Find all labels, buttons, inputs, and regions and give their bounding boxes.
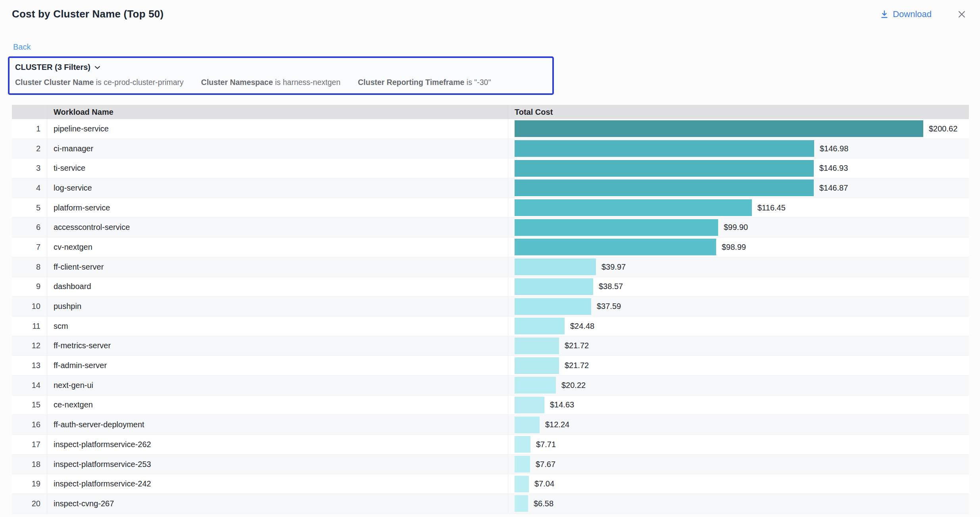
filter-group-toggle[interactable]: CLUSTER (3 Filters) bbox=[15, 63, 547, 72]
row-workload-name: ci-manager bbox=[47, 139, 508, 158]
table-row[interactable]: 13 ff-admin-server $21.72 bbox=[12, 356, 969, 376]
cost-bar bbox=[515, 495, 528, 512]
row-workload-name: ff-auth-server-deployment bbox=[47, 415, 508, 434]
filter-condition: is ce-prod-cluster-primary bbox=[96, 78, 184, 87]
table-row[interactable]: 1 pipeline-service $200.62 bbox=[12, 119, 969, 139]
cost-value-label: $7.67 bbox=[536, 460, 555, 469]
row-workload-name: inspect-platformservice-262 bbox=[47, 435, 508, 454]
cost-bar bbox=[515, 258, 596, 275]
row-workload-name: ff-client-server bbox=[47, 257, 508, 277]
cost-bar bbox=[515, 140, 814, 157]
cost-value-label: $146.98 bbox=[820, 144, 848, 153]
filter-values-row: Cluster Cluster Name is ce-prod-cluster-… bbox=[15, 78, 547, 87]
close-button[interactable] bbox=[957, 10, 967, 19]
table-body: 1 pipeline-service $200.62 2 ci-manager … bbox=[12, 119, 969, 514]
download-icon bbox=[880, 10, 889, 19]
cost-bar bbox=[515, 318, 565, 334]
table-row[interactable]: 9 dashboard $38.57 bbox=[12, 277, 969, 297]
table-row[interactable]: 3 ti-service $146.93 bbox=[12, 158, 969, 178]
row-cost-cell: $24.48 bbox=[508, 316, 969, 336]
cost-bar bbox=[515, 476, 529, 492]
cost-bar bbox=[515, 278, 593, 295]
back-link[interactable]: Back bbox=[13, 42, 31, 52]
filter-item[interactable]: Cluster Cluster Name is ce-prod-cluster-… bbox=[15, 78, 184, 87]
row-rank: 17 bbox=[12, 440, 47, 449]
row-rank: 4 bbox=[12, 183, 47, 193]
table-row[interactable]: 11 scm $24.48 bbox=[12, 316, 969, 336]
row-rank: 20 bbox=[12, 499, 47, 508]
row-cost-cell: $7.04 bbox=[508, 474, 969, 494]
filter-field: Cluster Reporting Timeframe bbox=[358, 78, 464, 87]
cost-value-label: $200.62 bbox=[929, 124, 957, 133]
row-rank: 13 bbox=[12, 361, 47, 370]
table-row[interactable]: 20 inspect-cvng-267 $6.58 bbox=[12, 494, 969, 514]
table-row[interactable]: 2 ci-manager $146.98 bbox=[12, 139, 969, 159]
row-workload-name: inspect-platformservice-253 bbox=[47, 455, 508, 474]
cost-table: Workload Name Total Cost 1 pipeline-serv… bbox=[12, 105, 969, 514]
cost-value-label: $98.99 bbox=[722, 243, 746, 252]
row-cost-cell: $7.71 bbox=[508, 435, 969, 454]
row-cost-cell: $7.67 bbox=[508, 455, 969, 474]
cost-bar bbox=[515, 357, 559, 374]
cost-value-label: $24.48 bbox=[570, 322, 594, 331]
table-row[interactable]: 17 inspect-platformservice-262 $7.71 bbox=[12, 435, 969, 455]
cost-value-label: $7.04 bbox=[534, 479, 554, 488]
row-cost-cell: $12.24 bbox=[508, 415, 969, 434]
row-workload-name: ti-service bbox=[47, 158, 508, 178]
cost-value-label: $21.72 bbox=[565, 341, 589, 350]
cost-value-label: $20.22 bbox=[561, 381, 586, 390]
row-rank: 1 bbox=[12, 124, 47, 133]
table-row[interactable]: 18 inspect-platformservice-253 $7.67 bbox=[12, 455, 969, 475]
table-row[interactable]: 8 ff-client-server $39.97 bbox=[12, 257, 969, 277]
row-cost-cell: $200.62 bbox=[508, 119, 969, 139]
table-row[interactable]: 10 pushpin $37.59 bbox=[12, 297, 969, 316]
row-rank: 19 bbox=[12, 479, 47, 488]
table-row[interactable]: 4 log-service $146.87 bbox=[12, 178, 969, 198]
row-cost-cell: $21.72 bbox=[508, 336, 969, 356]
row-rank: 16 bbox=[12, 420, 47, 429]
filter-condition: is harness-nextgen bbox=[275, 78, 340, 87]
row-cost-cell: $98.99 bbox=[508, 237, 969, 257]
cost-value-label: $39.97 bbox=[601, 262, 626, 272]
cost-bar bbox=[515, 397, 544, 413]
table-row[interactable]: 7 cv-nextgen $98.99 bbox=[12, 237, 969, 257]
row-cost-cell: $20.22 bbox=[508, 376, 969, 395]
row-rank: 9 bbox=[12, 282, 47, 291]
row-rank: 2 bbox=[12, 144, 47, 153]
close-icon bbox=[957, 10, 967, 19]
row-workload-name: inspect-cvng-267 bbox=[47, 494, 508, 513]
row-cost-cell: $37.59 bbox=[508, 297, 969, 316]
row-cost-cell: $38.57 bbox=[508, 277, 969, 297]
filter-field: Cluster Namespace bbox=[201, 78, 273, 87]
row-cost-cell: $14.63 bbox=[508, 395, 969, 415]
filter-panel: CLUSTER (3 Filters) Cluster Cluster Name… bbox=[8, 56, 554, 95]
download-button[interactable]: Download bbox=[880, 9, 932, 19]
row-cost-cell: $146.93 bbox=[508, 158, 969, 178]
row-rank: 7 bbox=[12, 243, 47, 252]
modal-header: Cost by Cluster Name (Top 50) Download bbox=[0, 0, 980, 20]
row-workload-name: ce-nextgen bbox=[47, 395, 508, 415]
table-row[interactable]: 14 next-gen-ui $20.22 bbox=[12, 376, 969, 395]
row-workload-name: scm bbox=[47, 316, 508, 336]
cost-value-label: $99.90 bbox=[724, 223, 748, 232]
table-row[interactable]: 12 ff-metrics-server $21.72 bbox=[12, 336, 969, 356]
table-row[interactable]: 5 platform-service $116.45 bbox=[12, 198, 969, 218]
row-workload-name: next-gen-ui bbox=[47, 376, 508, 395]
filter-item[interactable]: Cluster Namespace is harness-nextgen bbox=[201, 78, 340, 87]
cost-bar bbox=[515, 199, 752, 216]
row-cost-cell: $116.45 bbox=[508, 198, 969, 218]
table-row[interactable]: 16 ff-auth-server-deployment $12.24 bbox=[12, 415, 969, 435]
table-row[interactable]: 19 inspect-platformservice-242 $7.04 bbox=[12, 474, 969, 494]
download-label: Download bbox=[893, 9, 932, 19]
table-row[interactable]: 6 accesscontrol-service $99.90 bbox=[12, 218, 969, 237]
row-workload-name: platform-service bbox=[47, 198, 508, 218]
cost-value-label: $37.59 bbox=[597, 302, 621, 311]
cost-value-label: $146.93 bbox=[819, 164, 848, 173]
cost-bar bbox=[515, 338, 559, 354]
table-row[interactable]: 15 ce-nextgen $14.63 bbox=[12, 395, 969, 415]
filter-item[interactable]: Cluster Reporting Timeframe is "-30" bbox=[358, 78, 491, 87]
workload-name-column-header: Workload Name bbox=[47, 105, 508, 119]
header-actions: Download bbox=[880, 9, 968, 19]
row-workload-name: ff-admin-server bbox=[47, 356, 508, 375]
cost-bar bbox=[515, 179, 814, 196]
